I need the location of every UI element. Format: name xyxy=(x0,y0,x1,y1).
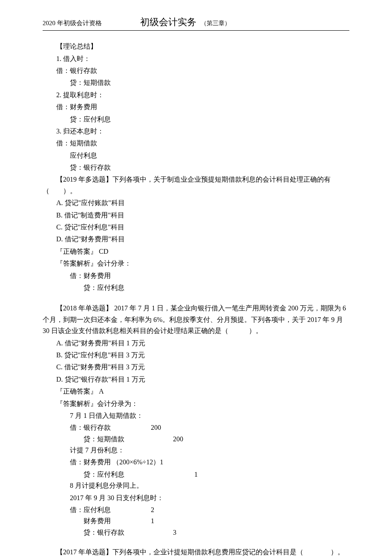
header-left: 2020 年初级会计资格 xyxy=(43,18,102,28)
option-b: B. 借记"制造费用"科目 xyxy=(43,210,349,221)
summary-item: 1. 借入时： xyxy=(43,53,349,64)
entry-line: 借：财务费用 xyxy=(43,270,349,281)
entry-line: 贷：应付利息 xyxy=(43,114,349,125)
entry-amount: 1 xyxy=(151,515,176,527)
entry-line: 贷：短期借款 xyxy=(43,77,349,88)
entry-label: 贷：短期借款 xyxy=(70,434,164,445)
entry-amount: 3 xyxy=(173,527,199,538)
document-body: 【理论总结】 1. 借入时： 借：银行存款 贷：短期借款 2. 提取利息时： 借… xyxy=(43,41,349,556)
document-page: 2020 年初级会计资格 初级会计实务 （第三章） 【理论总结】 1. 借入时：… xyxy=(0,0,392,556)
entry-amount: 2 xyxy=(151,504,176,515)
entry-row: 贷：应付利息 1 xyxy=(43,469,349,480)
entry-row: 贷：银行存款 3 xyxy=(43,527,349,538)
header-chapter: （第三章） xyxy=(201,19,231,28)
entry-line: 贷：银行存款 xyxy=(43,162,349,173)
entry-row: 财务费用 1 xyxy=(43,515,349,527)
page-header: 2020 年初级会计资格 初级会计实务 （第三章） xyxy=(43,14,349,31)
option-b: B. 贷记"应付利息"科目 3 万元 xyxy=(43,350,349,361)
explanation-heading: 『答案解析』会计分录： xyxy=(43,258,349,269)
explanation-heading: 『答案解析』会计分录为： xyxy=(43,398,349,409)
summary-item: 2. 提取利息时： xyxy=(43,90,349,101)
explanation-line: 8 月计提利息分录同上。 xyxy=(43,480,349,491)
question-stem: 【2018 年单选题】 2017 年 7 月 1 日，某企业向银行借入一笔生产用… xyxy=(43,303,349,336)
explanation-line: 7 月 1 日借入短期借款： xyxy=(43,410,349,421)
entry-label: 借：银行存款 xyxy=(70,422,151,433)
entry-amount: 200 xyxy=(151,422,176,433)
entry-label: 贷：银行存款 xyxy=(70,527,164,538)
correct-answer: 『正确答案』 CD xyxy=(43,246,349,257)
option-d: D. 借记"财务费用"科目 xyxy=(43,234,349,245)
entry-line: 借：财务费用 xyxy=(43,101,349,113)
entry-line: 贷：应付利息 xyxy=(43,282,349,293)
explanation-line: 计提 7 月份利息： xyxy=(43,445,349,456)
question-stem: 【2019 年多选题】下列各项中，关于制造业企业预提短期借款利息的会计科目处理正… xyxy=(43,174,349,197)
explanation-line: 2017 年 9 月 30 日支付利息时： xyxy=(43,492,349,504)
entry-label: 借：应付利息 xyxy=(70,504,151,515)
option-a: A. 借记"财务费用"科目 1 万元 xyxy=(43,338,349,349)
entry-amount: 200 xyxy=(173,434,199,445)
option-c: C. 贷记"应付利息"科目 xyxy=(43,222,349,233)
entry-row: 借：应付利息 2 xyxy=(43,504,349,515)
correct-answer: 『正确答案』 A xyxy=(43,386,349,397)
entry-row: 贷：短期借款 200 xyxy=(43,434,349,445)
spacer xyxy=(43,538,349,547)
entry-line: 应付利息 xyxy=(43,150,349,161)
entry-line: 借：银行存款 xyxy=(43,65,349,76)
entry-label: 贷：应付利息 xyxy=(70,469,194,480)
option-c: C. 借记"财务费用"科目 3 万元 xyxy=(43,362,349,373)
entry-label: 财务费用 xyxy=(70,515,164,527)
summary-item: 3. 归还本息时： xyxy=(43,126,349,137)
option-d: D. 贷记"银行存款"科目 1 万元 xyxy=(43,374,349,385)
header-title: 初级会计实务 xyxy=(140,14,196,29)
option-a: A. 贷记"应付账款"科目 xyxy=(43,197,349,208)
spacer xyxy=(43,294,349,303)
entry-line: 借：财务费用 （200×6%÷12）1 xyxy=(43,457,349,468)
entry-row: 借：银行存款 200 xyxy=(43,422,349,433)
question-stem: 【2017 年单选题】下列各项中，企业计提短期借款利息费用应贷记的会计科目是（ … xyxy=(43,547,349,556)
entry-line: 借：短期借款 xyxy=(43,138,349,149)
entry-amount: 1 xyxy=(194,469,220,480)
summary-heading: 【理论总结】 xyxy=(43,41,349,52)
